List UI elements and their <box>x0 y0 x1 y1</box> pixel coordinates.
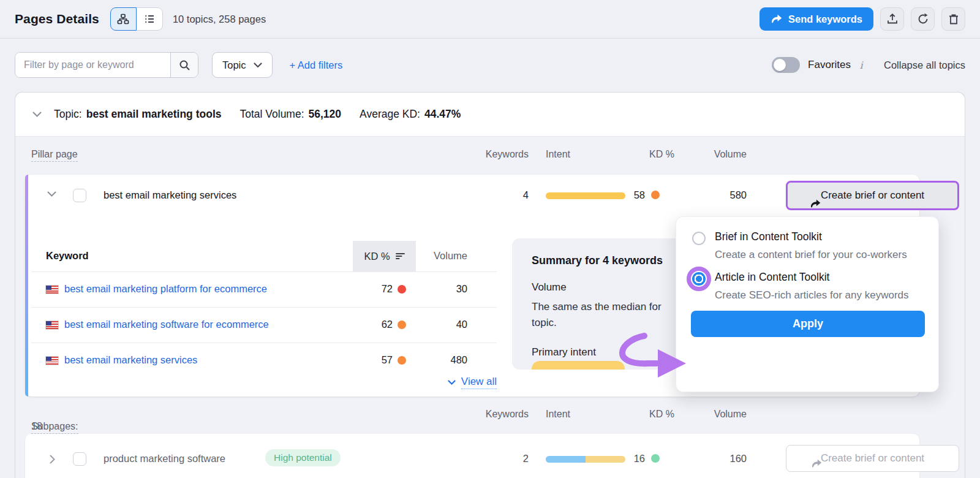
search-input[interactable] <box>15 53 170 77</box>
keyword-row: best email marketing platform for ecomme… <box>31 271 497 307</box>
avg-kd-value: 44.47% <box>424 108 461 121</box>
kd-difficulty-dot <box>651 454 660 463</box>
avg-kd-label: Average KD: <box>360 108 420 121</box>
favorites-label: Favorites <box>808 59 851 71</box>
refresh-button[interactable] <box>911 7 935 31</box>
chevron-right-icon[interactable] <box>50 455 56 464</box>
volume-column-label: Volume <box>693 149 747 160</box>
subpages-count: 18 <box>31 421 42 432</box>
export-button[interactable] <box>880 7 904 31</box>
keyword-link[interactable]: best email marketing software for ecomme… <box>64 319 269 330</box>
create-brief-button[interactable]: Create brief or content <box>786 181 959 210</box>
pillar-page-title: best email marketing services <box>104 189 236 201</box>
article-option-description: Create SEO-rich articles for any keyword… <box>715 287 911 303</box>
send-keywords-button[interactable]: Send keywords <box>760 7 873 31</box>
kd-sort-header[interactable]: KD % <box>353 241 416 271</box>
subpage-row[interactable]: product marketing software High potentia… <box>25 441 919 476</box>
send-keywords-label: Send keywords <box>788 13 862 25</box>
keyword-volume: 30 <box>413 283 467 295</box>
kd-column-label: KD % <box>364 251 390 262</box>
create-brief-label: Create brief or content <box>821 452 924 465</box>
keyword-kd: 62 <box>334 319 393 330</box>
apply-button[interactable]: Apply <box>691 311 925 337</box>
create-brief-button[interactable]: Create brief or content <box>786 445 959 472</box>
view-hierarchy-button[interactable] <box>110 7 137 31</box>
delete-button[interactable] <box>941 7 965 31</box>
pillar-page-row[interactable]: best email marketing services 4 58 580 C… <box>25 175 919 216</box>
subpage-volume-value: 160 <box>693 453 747 465</box>
upload-icon <box>886 13 899 25</box>
high-potential-badge: High potential <box>265 449 341 466</box>
topic-name: best email marketing tools <box>86 108 222 121</box>
brief-option-description: Create a content brief for your co-worke… <box>715 247 911 263</box>
keyword-kd: 57 <box>334 354 393 366</box>
pages-details-screen: Pages Details <box>0 0 980 478</box>
intent-column-label: Intent <box>546 409 570 420</box>
intent-column-label: Intent <box>546 149 570 160</box>
us-flag-icon <box>46 286 58 294</box>
brief-option-label: Brief in Content Toolkit <box>715 230 911 243</box>
us-flag-icon <box>46 357 58 365</box>
keyword-link[interactable]: best email marketing platform for ecomme… <box>64 283 267 295</box>
volume-column-label: Volume <box>693 409 747 420</box>
refresh-icon <box>917 13 929 25</box>
info-icon[interactable]: i <box>857 59 865 71</box>
subpage-kd-value: 16 <box>595 453 645 465</box>
total-volume-value: 56,120 <box>309 108 342 121</box>
kd-column-label: KD % <box>610 409 674 420</box>
search-icon <box>179 59 190 71</box>
topic-label: Topic: <box>54 108 82 121</box>
row-checkbox[interactable] <box>73 189 86 202</box>
keyword-volume: 40 <box>413 319 467 330</box>
create-brief-label: Create brief or content <box>821 189 924 202</box>
add-filters-button[interactable]: + Add filters <box>290 59 343 71</box>
volume-column-label: Volume <box>413 250 467 262</box>
keywords-table-header: Keyword KD % Volume <box>31 241 497 271</box>
subpage-row-card: product marketing software High potentia… <box>25 434 919 478</box>
article-option-label: Article in Content Toolkit <box>715 271 911 284</box>
keyword-kd: 72 <box>334 283 393 295</box>
pillar-volume-value: 580 <box>693 189 747 201</box>
radio-brief-unselected[interactable] <box>692 232 706 245</box>
page-title: Pages Details <box>15 12 99 26</box>
create-content-popup: Brief in Content Toolkit Create a conten… <box>676 216 939 392</box>
chevron-down-icon <box>32 112 42 118</box>
topic-filter-label: Topic <box>222 59 246 71</box>
view-toggle <box>110 7 163 31</box>
brief-option[interactable]: Brief in Content Toolkit Create a conten… <box>676 230 938 263</box>
keywords-column-label: Keywords <box>467 409 529 420</box>
search-button[interactable] <box>170 53 198 77</box>
toggle-knob <box>774 59 786 71</box>
chevron-down-icon <box>254 63 262 68</box>
chevron-down-icon <box>448 380 456 385</box>
list-icon <box>143 13 156 25</box>
topic-filter-dropdown[interactable]: Topic <box>212 52 273 78</box>
view-list-button[interactable] <box>137 7 163 31</box>
kd-column-label: KD % <box>610 149 674 160</box>
keywords-column-label: Keywords <box>467 149 529 160</box>
filter-bar: Topic + Add filters Favorites i Collapse… <box>0 39 980 91</box>
keyword-row: best email marketing software for ecomme… <box>31 307 497 343</box>
radio-article-selected[interactable] <box>692 272 706 286</box>
kd-difficulty-dot <box>651 191 660 199</box>
keyword-link[interactable]: best email marketing services <box>64 354 197 366</box>
kd-difficulty-dot <box>398 285 406 294</box>
keyword-row: best email marketing services 57 480 <box>31 343 497 374</box>
top-bar-actions: Send keywords <box>760 7 965 31</box>
favorites-toggle[interactable] <box>772 57 800 73</box>
kd-difficulty-dot <box>398 356 406 365</box>
view-all-label: View all <box>461 376 497 389</box>
row-checkbox[interactable] <box>73 452 86 466</box>
sitemap-icon <box>117 13 129 25</box>
pillar-keywords-count: 4 <box>467 189 529 201</box>
keywords-table: Keyword KD % Volume best email marketing… <box>31 241 497 374</box>
collapse-all-topics-button[interactable]: Collapse all topics <box>884 59 965 71</box>
pillar-columns-header: Pillar page Keywords Intent KD % Volume <box>15 137 965 175</box>
topic-header[interactable]: Topic: best email marketing tools Total … <box>15 93 965 137</box>
pillar-page-column-label[interactable]: Pillar page <box>31 149 78 162</box>
filter-bar-right: Favorites i Collapse all topics <box>772 57 965 73</box>
chevron-down-icon[interactable] <box>47 191 56 197</box>
article-option[interactable]: Article in Content Toolkit Create SEO-ri… <box>676 271 938 303</box>
topics-pages-count: 10 topics, 258 pages <box>173 13 266 25</box>
forward-arrow-icon <box>771 14 782 25</box>
